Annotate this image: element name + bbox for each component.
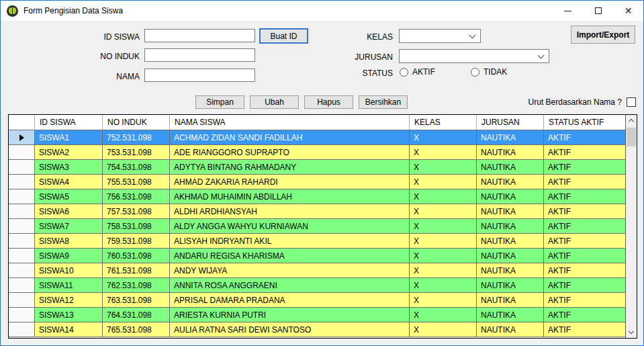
row-header-cell[interactable]	[9, 293, 35, 308]
scrollbar-thumb[interactable]	[627, 128, 636, 146]
table-cell[interactable]: SISWA13	[35, 308, 103, 322]
table-row[interactable]: SISWA10761.531.098ANDY WIJAYAXNAUTIKAAKT…	[9, 263, 625, 278]
row-header-cell[interactable]	[9, 308, 35, 322]
table-cell[interactable]: NAUTIKA	[477, 204, 544, 219]
table-cell[interactable]: AULIA RATNA SARI DEWI SANTOSO	[170, 322, 410, 337]
table-cell[interactable]: SISWA14	[35, 322, 103, 337]
table-cell[interactable]: 754.531.098	[103, 160, 170, 175]
table-cell[interactable]: NAUTIKA	[477, 249, 544, 263]
buat-id-button[interactable]: Buat ID	[259, 28, 308, 44]
jurusan-dropdown[interactable]	[399, 49, 549, 63]
table-row[interactable]: SISWA12763.531.098APRISAL DAMARA PRADANA…	[9, 293, 625, 308]
table-cell[interactable]: ACHMAD ZIDAN SANDI FADILLAH	[170, 130, 410, 145]
table-cell[interactable]: AKTIF	[544, 249, 625, 263]
table-cell[interactable]: SISWA6	[35, 204, 103, 219]
table-cell[interactable]: X	[410, 160, 477, 175]
table-cell[interactable]: 760.531.098	[103, 249, 170, 263]
close-button[interactable]: ✕	[613, 1, 643, 21]
table-cell[interactable]: ANNITA ROSA ANGGRAENI	[170, 278, 410, 293]
table-cell[interactable]: X	[410, 263, 477, 278]
table-cell[interactable]: SISWA1	[35, 130, 103, 145]
table-cell[interactable]: X	[410, 219, 477, 234]
table-cell[interactable]: NAUTIKA	[477, 130, 544, 145]
table-cell[interactable]: SISWA8	[35, 234, 103, 249]
minimize-button[interactable]	[553, 1, 583, 21]
table-cell[interactable]: NAUTIKA	[477, 234, 544, 249]
table-row[interactable]: SISWA7758.531.098ALDY ANGGA WAHYU KURNIA…	[9, 219, 625, 234]
table-cell[interactable]: AKHMAD MUHAIMIN ABDILLAH	[170, 189, 410, 204]
column-header-no-induk[interactable]: NO INDUK	[103, 115, 170, 130]
table-cell[interactable]: 763.531.098	[103, 293, 170, 308]
row-header-cell[interactable]	[9, 145, 35, 160]
table-cell[interactable]: SISWA10	[35, 263, 103, 278]
table-cell[interactable]: AKTIF	[544, 308, 625, 322]
table-cell[interactable]: X	[410, 308, 477, 322]
row-header-cell[interactable]	[9, 249, 35, 263]
table-row[interactable]: SISWA9760.531.098ANDARU REGISA KHARISMAX…	[9, 249, 625, 263]
table-cell[interactable]: NAUTIKA	[477, 219, 544, 234]
table-cell[interactable]: SISWA7	[35, 219, 103, 234]
ubah-button[interactable]: Ubah	[250, 95, 299, 109]
table-cell[interactable]: SISWA9	[35, 249, 103, 263]
table-row[interactable]: SISWA6757.531.098ALDHI ARDHIANSYAHXNAUTI…	[9, 204, 625, 219]
table-cell[interactable]: ANDARU REGISA KHARISMA	[170, 249, 410, 263]
table-cell[interactable]: AKTIF	[544, 160, 625, 175]
table-cell[interactable]: SISWA4	[35, 175, 103, 189]
table-cell[interactable]: 764.531.098	[103, 308, 170, 322]
table-cell[interactable]: 761.531.098	[103, 263, 170, 278]
row-header-cell[interactable]	[9, 189, 35, 204]
table-cell[interactable]: ALDY ANGGA WAHYU KURNIAWAN	[170, 219, 410, 234]
no-induk-input[interactable]	[144, 48, 255, 62]
table-cell[interactable]: AKTIF	[544, 175, 625, 189]
table-cell[interactable]: SISWA3	[35, 160, 103, 175]
table-row[interactable]: SISWA5756.531.098AKHMAD MUHAIMIN ABDILLA…	[9, 189, 625, 204]
table-cell[interactable]: 759.531.098	[103, 234, 170, 249]
table-cell[interactable]: AKTIF	[544, 234, 625, 249]
table-row[interactable]: SISWA3754.531.098ADYTYA BINTANG RAHMADAN…	[9, 160, 625, 175]
status-radio-aktif[interactable]: AKTIF	[400, 67, 435, 77]
table-cell[interactable]: NAUTIKA	[477, 160, 544, 175]
table-cell[interactable]: X	[410, 189, 477, 204]
table-cell[interactable]: 752.531.098	[103, 130, 170, 145]
table-cell[interactable]: X	[410, 130, 477, 145]
row-header-cell[interactable]	[9, 160, 35, 175]
id-siswa-input[interactable]	[144, 29, 255, 42]
table-cell[interactable]: X	[410, 293, 477, 308]
scrollbar-down-button[interactable]	[626, 327, 637, 338]
table-cell[interactable]: APRISAL DAMARA PRADANA	[170, 293, 410, 308]
table-cell[interactable]: 756.531.098	[103, 189, 170, 204]
table-cell[interactable]: ADYTYA BINTANG RAHMADANY	[170, 160, 410, 175]
kelas-dropdown[interactable]	[399, 29, 481, 43]
column-header-kelas[interactable]: KELAS	[410, 115, 477, 130]
table-cell[interactable]: AHMAD ZAKARIA RAHARDI	[170, 175, 410, 189]
table-cell[interactable]: ALDHI ARDHIANSYAH	[170, 204, 410, 219]
import-export-button[interactable]: Import/Export	[571, 26, 635, 44]
table-cell[interactable]: 758.531.098	[103, 219, 170, 234]
grid-corner-cell[interactable]	[9, 115, 35, 130]
table-cell[interactable]: NAUTIKA	[477, 145, 544, 160]
table-row[interactable]: SISWA14765.531.098AULIA RATNA SARI DEWI …	[9, 322, 625, 337]
row-header-cell[interactable]	[9, 278, 35, 293]
table-cell[interactable]: X	[410, 204, 477, 219]
table-cell[interactable]: AKTIF	[544, 293, 625, 308]
table-cell[interactable]: 755.531.098	[103, 175, 170, 189]
simpan-button[interactable]: Simpan	[195, 95, 244, 109]
table-cell[interactable]: NAUTIKA	[477, 322, 544, 337]
table-cell[interactable]: X	[410, 145, 477, 160]
maximize-button[interactable]	[583, 1, 613, 21]
table-cell[interactable]: NAUTIKA	[477, 278, 544, 293]
table-cell[interactable]: SISWA2	[35, 145, 103, 160]
table-cell[interactable]: NAUTIKA	[477, 175, 544, 189]
table-cell[interactable]: X	[410, 278, 477, 293]
table-cell[interactable]: 765.531.098	[103, 322, 170, 337]
column-header-id-siswa[interactable]: ID SISWA	[35, 115, 103, 130]
column-header-status-aktif[interactable]: STATUS AKTIF	[544, 115, 625, 130]
table-cell[interactable]: NAUTIKA	[477, 263, 544, 278]
table-row[interactable]: SISWA8759.531.098ALISYAH INDRYANTI AKILX…	[9, 234, 625, 249]
table-cell[interactable]: ARIESTA KURNIA PUTRI	[170, 308, 410, 322]
current-row-indicator-cell[interactable]	[9, 130, 35, 145]
table-cell[interactable]: AKTIF	[544, 278, 625, 293]
table-cell[interactable]: AKTIF	[544, 219, 625, 234]
table-cell[interactable]: SISWA12	[35, 293, 103, 308]
table-cell[interactable]: SISWA5	[35, 189, 103, 204]
